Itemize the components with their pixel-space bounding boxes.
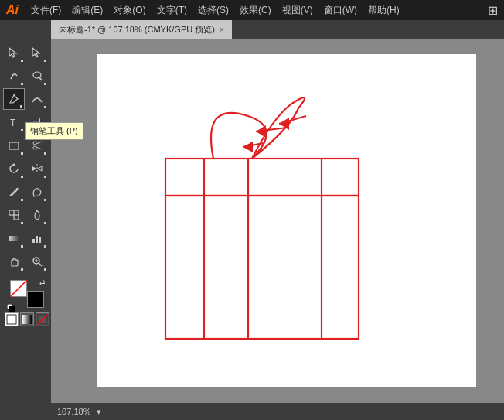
menu-select[interactable]: 选择(S) xyxy=(193,2,233,19)
swap-colors-button[interactable]: ⇄ xyxy=(39,278,46,286)
toolbar-row-transform xyxy=(3,158,48,179)
svg-rect-42 xyxy=(165,196,359,339)
direct-select-tool-button[interactable] xyxy=(26,42,48,63)
reflect-tool-button[interactable] xyxy=(26,158,48,179)
menu-view[interactable]: 视图(V) xyxy=(278,2,318,19)
svg-marker-33 xyxy=(256,125,266,138)
warp-tool-button[interactable] xyxy=(3,65,25,87)
fill-stroke-area: ⇄ xyxy=(10,280,44,308)
main-area: T T xyxy=(0,39,504,420)
toolbar-row-pen2 xyxy=(3,88,48,110)
graph-tool-button[interactable] xyxy=(26,227,48,249)
toolbar: T T xyxy=(0,39,51,420)
menu-help[interactable]: 帮助(H) xyxy=(363,2,404,19)
toolbar-row-draw xyxy=(3,181,48,203)
svg-rect-20 xyxy=(39,237,41,243)
svg-rect-14 xyxy=(14,215,19,220)
svg-rect-19 xyxy=(36,236,38,243)
svg-rect-13 xyxy=(9,210,14,215)
rectangle-tool-button[interactable] xyxy=(3,135,25,156)
rotate-tool-button[interactable] xyxy=(3,158,25,179)
tab-title: 未标题-1* @ 107.18% (CMYK/GPU 预览) xyxy=(59,24,215,36)
hand-tool-button[interactable] xyxy=(3,251,25,272)
app-logo: Ai xyxy=(6,3,19,17)
svg-line-8 xyxy=(36,142,42,144)
toolbar-row-graph xyxy=(3,227,48,249)
menu-edit[interactable]: 编辑(E) xyxy=(67,2,107,19)
drawing-canvas xyxy=(51,39,504,420)
no-color-button[interactable] xyxy=(36,312,49,326)
svg-line-1 xyxy=(39,77,42,80)
status-zoom: 107.18% xyxy=(57,407,90,416)
toolbar-row-type: T T xyxy=(3,111,48,133)
svg-rect-5 xyxy=(9,142,19,149)
svg-line-25 xyxy=(10,280,27,297)
toolbar-row-shape xyxy=(3,135,48,156)
canvas-area[interactable]: 107.18% ▾ xyxy=(51,39,504,420)
blob-brush-tool-button[interactable] xyxy=(26,181,48,203)
stroke-color-box[interactable] xyxy=(27,291,44,308)
tab-bar: 未标题-1* @ 107.18% (CMYK/GPU 预览) × xyxy=(0,20,504,39)
curvature-tool-button[interactable] xyxy=(26,88,48,110)
color-mode-row xyxy=(5,312,49,326)
menu-object[interactable]: 对象(O) xyxy=(109,2,150,19)
toolbar-row-nav xyxy=(3,251,48,272)
svg-line-22 xyxy=(39,263,42,266)
document-tab[interactable]: 未标题-1* @ 107.18% (CMYK/GPU 预览) × xyxy=(51,20,232,39)
status-sep: ▾ xyxy=(97,407,101,417)
svg-text:T: T xyxy=(10,118,16,128)
lasso-tool-button[interactable] xyxy=(26,65,48,87)
svg-marker-37 xyxy=(243,142,253,152)
menu-window[interactable]: 窗口(W) xyxy=(319,2,362,19)
svg-rect-17 xyxy=(9,236,19,241)
status-bar: 107.18% ▾ xyxy=(51,403,504,420)
toolbar-row-1 xyxy=(3,42,48,63)
toolbar-row-shape2 xyxy=(3,204,48,226)
selection-tool-button[interactable] xyxy=(3,42,25,63)
menu-file[interactable]: 文件(F) xyxy=(26,2,66,19)
gradient-color-button[interactable] xyxy=(20,312,34,326)
tab-close-button[interactable]: × xyxy=(220,26,224,34)
svg-rect-38 xyxy=(165,159,359,196)
reset-colors-button[interactable] xyxy=(7,303,15,311)
svg-line-2 xyxy=(14,94,15,95)
toolbar-row-pen xyxy=(3,65,48,87)
solid-color-button[interactable] xyxy=(5,312,19,326)
svg-rect-29 xyxy=(22,315,32,324)
menu-text[interactable]: 文字(T) xyxy=(152,2,192,19)
svg-line-9 xyxy=(36,147,42,149)
shape-builder-tool-button[interactable] xyxy=(3,204,25,226)
vertical-type-tool-button[interactable]: T xyxy=(26,111,48,133)
type-tool-button[interactable]: T xyxy=(3,111,25,133)
title-bar: Ai 文件(F) 编辑(E) 对象(O) 文字(T) 选择(S) 效果(C) 视… xyxy=(0,0,504,20)
svg-text:T: T xyxy=(31,118,42,125)
svg-rect-28 xyxy=(7,315,16,324)
gradient-tool-button[interactable] xyxy=(3,227,25,249)
svg-rect-27 xyxy=(9,306,15,312)
pen-tool-button[interactable] xyxy=(3,88,25,110)
svg-rect-18 xyxy=(32,239,35,243)
svg-point-7 xyxy=(33,146,36,149)
pencil-tool-button[interactable] xyxy=(3,181,25,203)
svg-point-6 xyxy=(33,142,36,145)
menu-effect[interactable]: 效果(C) xyxy=(235,2,276,19)
menu-bar: 文件(F) 编辑(E) 对象(O) 文字(T) 选择(S) 效果(C) 视图(V… xyxy=(26,2,498,19)
scissors-tool-button[interactable] xyxy=(26,135,48,156)
zoom-tool-button[interactable] xyxy=(26,251,48,272)
grid-icon[interactable]: ⊞ xyxy=(488,3,498,18)
svg-line-31 xyxy=(38,315,47,324)
live-paint-tool-button[interactable] xyxy=(26,204,48,226)
color-swatches: ⇄ xyxy=(5,280,49,326)
